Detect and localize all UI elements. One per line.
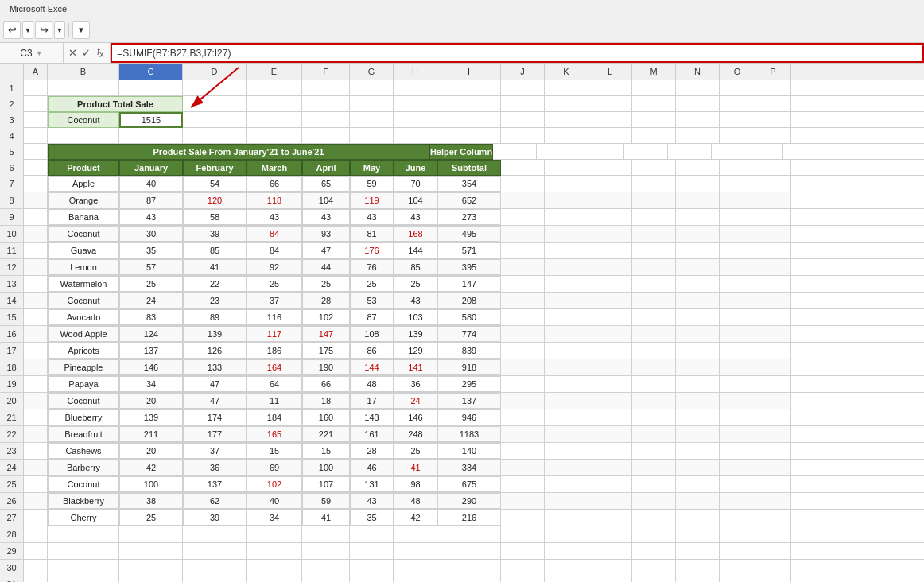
cell-jan-27[interactable]: 25 <box>119 510 183 526</box>
cell-apr-24[interactable]: 100 <box>302 460 350 475</box>
cell-n18[interactable] <box>676 359 720 375</box>
cell-n21[interactable] <box>676 409 720 425</box>
cell-o26[interactable] <box>720 493 755 509</box>
col-header-b[interactable]: B <box>48 64 119 80</box>
cell-m18[interactable] <box>632 359 676 375</box>
cell-feb-7[interactable]: 54 <box>183 176 247 192</box>
cell-j15[interactable] <box>501 309 545 325</box>
cell-sub-18[interactable]: 918 <box>437 359 501 375</box>
cell-p23[interactable] <box>755 443 791 459</box>
cell-apr-21[interactable]: 160 <box>302 409 350 425</box>
cell-o3[interactable] <box>720 112 755 128</box>
cell-d1[interactable] <box>183 80 247 96</box>
cell-j11[interactable] <box>501 242 545 258</box>
cell-m26[interactable] <box>632 493 676 509</box>
cell-o4[interactable] <box>720 128 755 144</box>
col-header-j[interactable]: J <box>501 64 545 80</box>
cell-may-23[interactable]: 28 <box>350 443 394 459</box>
cell-m23[interactable] <box>632 443 676 459</box>
cell-l22[interactable] <box>588 426 632 442</box>
cell-may-26[interactable]: 43 <box>350 493 394 509</box>
cell-feb-24[interactable]: 36 <box>183 460 247 475</box>
cell-apr-20[interactable]: 18 <box>302 393 350 409</box>
cell-p27[interactable] <box>755 510 791 526</box>
cell-k8[interactable] <box>545 192 588 208</box>
cell-mar-10[interactable]: 84 <box>247 226 302 242</box>
cell-feb-13[interactable]: 22 <box>183 276 247 292</box>
cell-j22[interactable] <box>501 426 545 442</box>
cell-feb-25[interactable]: 137 <box>183 476 247 492</box>
cell-jun-10[interactable]: 168 <box>394 226 437 242</box>
cell-jun-25[interactable]: 98 <box>394 476 437 492</box>
cell-may-10[interactable]: 81 <box>350 226 394 242</box>
cell-a25[interactable] <box>24 476 48 492</box>
cell-feb-19[interactable]: 47 <box>183 376 247 392</box>
cell-p4[interactable] <box>755 128 791 144</box>
cell-m19[interactable] <box>632 376 676 392</box>
cell-jan-24[interactable]: 42 <box>119 460 183 475</box>
cell-feb-10[interactable]: 39 <box>183 226 247 242</box>
cell-a23[interactable] <box>24 443 48 459</box>
cell-p15[interactable] <box>755 309 791 325</box>
cell-l15[interactable] <box>588 309 632 325</box>
cell-m20[interactable] <box>632 393 676 409</box>
cell-o14[interactable] <box>720 293 755 308</box>
cell-jan-23[interactable]: 20 <box>119 443 183 459</box>
col-header-product[interactable]: Product <box>48 160 119 176</box>
cell-m3[interactable] <box>632 112 676 128</box>
cell-jun-12[interactable]: 85 <box>394 259 437 275</box>
cell-m5[interactable] <box>624 144 668 160</box>
cell-apr-15[interactable]: 102 <box>302 309 350 325</box>
cell-l8[interactable] <box>588 192 632 208</box>
cell-e4[interactable] <box>247 128 302 144</box>
cell-j17[interactable] <box>501 343 545 359</box>
cell-m15[interactable] <box>632 309 676 325</box>
cell-k17[interactable] <box>545 343 588 359</box>
cell-bc2-merged[interactable]: Product Total Sale <box>48 96 183 112</box>
cell-mar-22[interactable]: 165 <box>247 426 302 442</box>
cell-p17[interactable] <box>755 343 791 359</box>
cell-jan-12[interactable]: 57 <box>119 259 183 275</box>
cell-product-18[interactable]: Pineapple <box>48 359 119 375</box>
cell-feb-11[interactable]: 85 <box>183 242 247 258</box>
cell-product-7[interactable]: Apple <box>48 176 119 192</box>
cell-jan-20[interactable]: 20 <box>119 393 183 409</box>
cell-p10[interactable] <box>755 226 791 242</box>
cell-p21[interactable] <box>755 409 791 425</box>
cell-apr-27[interactable]: 41 <box>302 510 350 526</box>
cell-k6[interactable] <box>545 160 588 176</box>
cell-product-24[interactable]: Barberry <box>48 460 119 475</box>
cell-apr-12[interactable]: 44 <box>302 259 350 275</box>
cell-n3[interactable] <box>676 112 720 128</box>
cell-jan-8[interactable]: 87 <box>119 192 183 208</box>
col-header-e[interactable]: E <box>247 64 302 80</box>
cell-d4[interactable] <box>183 128 247 144</box>
cell-mar-19[interactable]: 64 <box>247 376 302 392</box>
cell-product-16[interactable]: Wood Apple <box>48 326 119 342</box>
cell-n19[interactable] <box>676 376 720 392</box>
cell-product-25[interactable]: Coconut <box>48 476 119 492</box>
cell-a19[interactable] <box>24 376 48 392</box>
cell-k18[interactable] <box>545 359 588 375</box>
cell-h2[interactable] <box>394 96 437 112</box>
cell-apr-14[interactable]: 28 <box>302 293 350 308</box>
cell-l23[interactable] <box>588 443 632 459</box>
cell-product-23[interactable]: Cashews <box>48 443 119 459</box>
cell-o18[interactable] <box>720 359 755 375</box>
cell-p19[interactable] <box>755 376 791 392</box>
cell-sub-13[interactable]: 147 <box>437 276 501 292</box>
cell-jun-19[interactable]: 36 <box>394 376 437 392</box>
cell-m24[interactable] <box>632 460 676 475</box>
cell-m1[interactable] <box>632 80 676 96</box>
cell-o17[interactable] <box>720 343 755 359</box>
cell-o20[interactable] <box>720 393 755 409</box>
cell-l13[interactable] <box>588 276 632 292</box>
cell-k1[interactable] <box>545 80 588 96</box>
cell-l25[interactable] <box>588 476 632 492</box>
cell-mar-26[interactable]: 40 <box>247 493 302 509</box>
cell-l2[interactable] <box>588 96 632 112</box>
cell-mar-13[interactable]: 25 <box>247 276 302 292</box>
cell-a27[interactable] <box>24 510 48 526</box>
cell-apr-8[interactable]: 104 <box>302 192 350 208</box>
confirm-formula-btn[interactable]: ✓ <box>80 47 92 59</box>
